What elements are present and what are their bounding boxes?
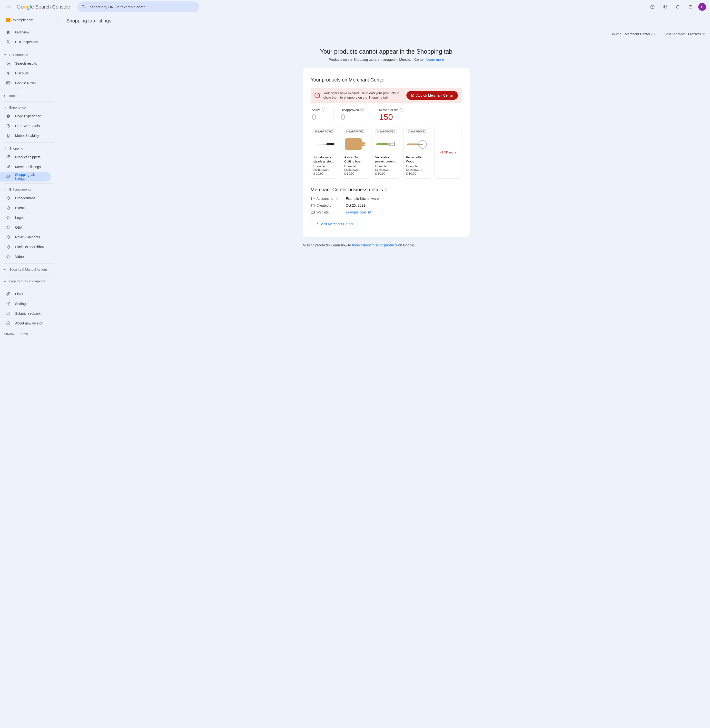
logo: Google Search Console bbox=[16, 4, 70, 10]
notifications-icon[interactable] bbox=[673, 2, 683, 12]
help-icon[interactable]: ? bbox=[400, 108, 403, 112]
help-icon[interactable]: ? bbox=[702, 33, 705, 36]
nav-links[interactable]: Links bbox=[0, 289, 51, 299]
menu-icon[interactable] bbox=[4, 2, 14, 12]
nav-sitelinks[interactable]: Sitelinks searchbox bbox=[0, 242, 51, 252]
visit-merchant-center-button[interactable]: Visit Merchant Center bbox=[311, 220, 358, 228]
help-icon[interactable] bbox=[648, 2, 657, 12]
svg-point-6 bbox=[691, 5, 692, 6]
product-brand: Example Kitchenware bbox=[406, 165, 428, 172]
gear-icon bbox=[6, 301, 11, 306]
nav-url-inspection[interactable]: URL inspection bbox=[0, 37, 51, 47]
nav-feedback[interactable]: Submit feedback bbox=[0, 309, 51, 318]
diamond-icon bbox=[6, 225, 11, 229]
calendar-icon bbox=[311, 203, 315, 207]
svg-point-5 bbox=[690, 5, 691, 6]
website-link[interactable]: example.com bbox=[346, 210, 366, 214]
people-icon[interactable] bbox=[660, 2, 670, 12]
svg-point-8 bbox=[690, 7, 691, 7]
nav-review-snippets[interactable]: Review snippets bbox=[0, 232, 51, 242]
svg-point-29 bbox=[331, 144, 332, 144]
section-experience[interactable]: ▾Experience bbox=[0, 104, 62, 111]
help-icon[interactable]: ? bbox=[385, 188, 389, 191]
section-shopping[interactable]: ▾Shopping bbox=[0, 145, 62, 152]
nav-google-news[interactable]: Google News bbox=[0, 78, 51, 88]
nav-label: Mobile Usability bbox=[15, 134, 39, 138]
nav-about[interactable]: About new version bbox=[0, 318, 51, 328]
svg-point-7 bbox=[689, 7, 689, 7]
product-card[interactable]: DISAPPROVED Vegetable peeler, green, sta… bbox=[373, 127, 400, 179]
search-icon bbox=[6, 40, 11, 44]
section-legacy[interactable]: ▸Legacy tools and reports bbox=[0, 277, 62, 285]
hero-subtitle: Products on the Shopping tab are managed… bbox=[329, 57, 427, 62]
nav-label: Review snippets bbox=[15, 235, 40, 239]
svg-rect-38 bbox=[311, 211, 314, 213]
nav-qa[interactable]: Q&A bbox=[0, 222, 51, 232]
svg-rect-37 bbox=[311, 204, 314, 207]
nav-logos[interactable]: Logos bbox=[0, 213, 51, 222]
section-security[interactable]: ▸Security & Manual Actions bbox=[0, 266, 62, 273]
product-name: Ash & Oac Cutting board, 30*40 cm bbox=[344, 155, 367, 164]
section-performance[interactable]: ▾Performance bbox=[0, 51, 62, 59]
url-inspect-search[interactable] bbox=[77, 1, 199, 12]
add-on-merchant-center-button[interactable]: Add on Merchant Center bbox=[406, 91, 458, 100]
nav-page-experience[interactable]: Page Experience bbox=[0, 111, 51, 121]
apps-icon[interactable] bbox=[686, 2, 695, 12]
nav-search-results[interactable]: Search results bbox=[0, 59, 51, 68]
product-image bbox=[406, 135, 428, 153]
product-card[interactable]: DISAPPROVED Ash & Oac Cutting board, 30*… bbox=[342, 127, 369, 179]
nav-label: Shopping tab listings bbox=[15, 173, 46, 181]
nav-shopping-tab-listings[interactable]: Shopping tab listings bbox=[0, 172, 51, 181]
nav-breadcrumbs[interactable]: Breadcrumbs bbox=[0, 193, 51, 203]
source-value: Merchant Center bbox=[625, 32, 650, 36]
more-products[interactable]: +1.5K more bbox=[434, 127, 462, 179]
google-logo: Google bbox=[16, 4, 34, 10]
product-price: $ 10.90 bbox=[313, 172, 336, 175]
product-card[interactable]: DISAPPROVED Pizza cutter, Wood Example K… bbox=[403, 127, 431, 179]
info-icon bbox=[6, 321, 11, 325]
nav-overview[interactable]: Overview bbox=[0, 27, 51, 37]
asterisk-icon bbox=[6, 71, 11, 75]
active-value: 0 bbox=[312, 112, 325, 122]
open-in-new-icon bbox=[315, 222, 319, 226]
sidebar: example.com Overview URL inspection ▾Per… bbox=[0, 14, 62, 341]
avatar[interactable]: E bbox=[698, 3, 706, 11]
nav-core-web-vitals[interactable]: Core Web Vitals bbox=[0, 121, 51, 131]
nav-label: URL inspection bbox=[15, 40, 38, 44]
property-selector[interactable]: example.com bbox=[3, 16, 60, 24]
svg-rect-34 bbox=[407, 143, 418, 145]
disapproved-value: 0 bbox=[340, 112, 364, 122]
troubleshoot-link[interactable]: troubleshoot missing products bbox=[352, 243, 398, 247]
svg-rect-36 bbox=[418, 144, 423, 145]
section-index[interactable]: ▸Index bbox=[0, 92, 62, 100]
help-icon[interactable]: ? bbox=[322, 108, 325, 112]
nav-settings[interactable]: Settings bbox=[0, 299, 51, 309]
product-price: $ 10.90 bbox=[375, 172, 398, 175]
plus-circle-icon bbox=[6, 114, 11, 118]
terms-link[interactable]: Terms bbox=[19, 332, 28, 336]
google-g-icon bbox=[6, 61, 11, 66]
nav-merchant-listings[interactable]: Merchant listings bbox=[0, 162, 51, 172]
nav-events[interactable]: Events bbox=[0, 203, 51, 213]
status-badge: DISAPPROVED bbox=[344, 129, 366, 134]
nav-discover[interactable]: Discover bbox=[0, 68, 51, 78]
svg-point-24 bbox=[8, 303, 9, 304]
footnote: Missing products? Learn how to troublesh… bbox=[303, 243, 469, 247]
nav-videos[interactable]: Videos bbox=[0, 252, 51, 262]
nav-mobile-usability[interactable]: Mobile Usability bbox=[0, 131, 51, 141]
nav-product-snippets[interactable]: Product snippets bbox=[0, 152, 51, 162]
svg-rect-14 bbox=[7, 82, 8, 83]
help-icon[interactable]: ? bbox=[360, 108, 364, 112]
nav-label: Sitelinks searchbox bbox=[15, 245, 45, 249]
svg-rect-33 bbox=[394, 142, 395, 146]
product-card[interactable]: DISAPPROVED Tomato knife, stainless stea… bbox=[311, 127, 338, 179]
help-icon[interactable]: ? bbox=[651, 33, 655, 36]
product-price: $ 10.90 bbox=[406, 172, 428, 175]
search-input[interactable] bbox=[88, 5, 195, 9]
home-icon bbox=[6, 30, 11, 34]
privacy-link[interactable]: Privacy bbox=[4, 332, 15, 336]
learn-more-link[interactable]: Learn more bbox=[427, 57, 444, 62]
svg-point-28 bbox=[329, 144, 330, 144]
section-enhancements[interactable]: ▾Enhancements bbox=[0, 186, 62, 193]
status-badge: DISAPPROVED bbox=[375, 129, 397, 134]
